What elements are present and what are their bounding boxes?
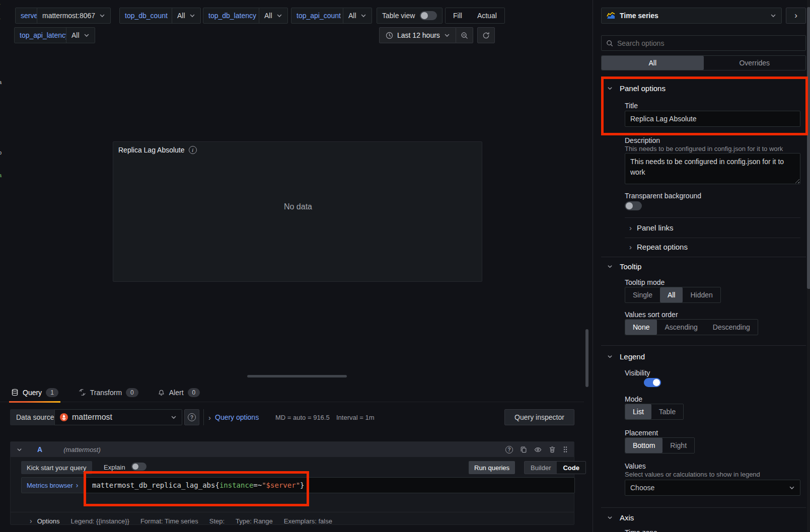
placement-bottom[interactable]: Bottom: [625, 438, 662, 453]
sort-ascending[interactable]: Ascending: [657, 320, 705, 335]
main-scrollbar[interactable]: [585, 329, 588, 387]
chevron-down-icon: [99, 13, 105, 19]
info-icon[interactable]: i: [189, 146, 197, 154]
tooltip-mode-hidden[interactable]: Hidden: [683, 287, 720, 302]
expr-quote: ": [296, 481, 300, 489]
transform-icon: [79, 389, 86, 396]
alert-count-badge: 0: [188, 388, 200, 397]
panel-description-textarea[interactable]: This needs to be configured in config.js…: [625, 153, 800, 184]
drag-grip-icon[interactable]: [563, 446, 568, 453]
panel-title-input[interactable]: [625, 111, 800, 127]
query-help-icon[interactable]: ?: [505, 446, 513, 453]
query-row-header[interactable]: A (mattermost) ?: [11, 442, 574, 457]
chevron-right-icon: ›: [629, 243, 632, 251]
panel-title: Replica Lag Absolute: [118, 146, 185, 154]
tooltip-mode-single[interactable]: Single: [625, 287, 660, 302]
tabs-divider: [0, 402, 584, 402]
variable-value-top-api-count[interactable]: All: [343, 8, 372, 24]
options-search-box: [601, 35, 806, 51]
datasource-picker[interactable]: mattermost: [54, 409, 182, 425]
repeat-options-collapse[interactable]: › Repeat options: [629, 243, 688, 251]
sidebar-scrollbar-thumb[interactable]: [807, 7, 810, 289]
axis-header[interactable]: Axis: [607, 513, 634, 522]
refresh-button[interactable]: [477, 27, 495, 43]
no-data-message: No data: [113, 202, 483, 211]
tab-query[interactable]: Query 1: [10, 384, 59, 401]
table-view-switch[interactable]: [420, 11, 437, 20]
chevron-down-icon: [17, 447, 22, 452]
tab-alert[interactable]: Alert 0: [158, 384, 200, 401]
tooltip-header[interactable]: Tooltip: [607, 262, 641, 271]
explain-switch[interactable]: [131, 463, 146, 471]
sort-none[interactable]: None: [625, 320, 657, 335]
chevron-down-icon: [607, 354, 613, 359]
code-option[interactable]: Code: [557, 462, 585, 474]
search-input[interactable]: [617, 39, 801, 47]
fill-actual-group: Fill Actual: [445, 8, 505, 24]
expr-close-brace: }: [300, 481, 304, 489]
legend-header[interactable]: Legend: [607, 352, 645, 361]
panel-options-header[interactable]: Panel options: [607, 84, 666, 93]
values-sort-order-label: Values sort order: [625, 311, 678, 319]
transparent-background-switch[interactable]: [625, 201, 642, 210]
variable-value-top-db-count[interactable]: All: [172, 8, 201, 24]
kick-start-query-button[interactable]: Kick start your query: [21, 461, 92, 474]
chevron-down-icon: [607, 515, 613, 520]
panel-links-collapse[interactable]: › Panel links: [629, 223, 674, 232]
builder-option[interactable]: Builder: [525, 462, 557, 474]
options-sidebar: Time series › All Overrides Panel option…: [593, 0, 810, 532]
visualization-picker[interactable]: Time series: [601, 8, 782, 24]
chevron-down-icon: [444, 32, 450, 38]
placement-right[interactable]: Right: [662, 438, 694, 453]
options-filter-tabs: All Overrides: [601, 55, 806, 70]
edge-artifact: b: [0, 149, 2, 156]
variable-value-text: All: [177, 12, 185, 20]
expr-metric: mattermost_db_replica_lag_abs{: [92, 481, 219, 489]
variable-value-top-db-latency[interactable]: All: [259, 8, 288, 24]
metrics-browser-toggle[interactable]: Metrics browser ›: [21, 477, 85, 493]
axis-time-zone-label: Time zone: [625, 528, 657, 532]
legend-mode-list[interactable]: List: [625, 404, 651, 419]
resize-drag-handle[interactable]: [247, 375, 347, 377]
query-expression-input[interactable]: mattermost_db_replica_lag_abs{instance=~…: [85, 477, 575, 493]
sort-descending[interactable]: Descending: [705, 320, 758, 335]
legend-values-placeholder: Choose: [630, 484, 789, 492]
placement-label: Placement: [625, 429, 658, 437]
trash-icon[interactable]: [549, 446, 556, 453]
variable-value-top-api-latency[interactable]: All: [66, 27, 95, 43]
chevron-down-icon: [84, 32, 90, 38]
datasource-help-button[interactable]: ?: [184, 409, 199, 425]
description-label: Description: [625, 136, 660, 144]
query-options-toggle[interactable]: › Query options: [208, 409, 259, 425]
variable-label-top-db-latency: top_db_latency: [203, 8, 262, 24]
run-queries-button[interactable]: Run queries: [469, 461, 515, 474]
panel-preview: Replica Lag Absolute i No data: [113, 141, 482, 282]
options-toggle[interactable]: › Options: [30, 517, 59, 525]
variable-value-text: mattermost:8067: [42, 12, 95, 20]
search-icon: [606, 40, 613, 47]
tooltip-mode-label: Tooltip mode: [625, 278, 665, 286]
eye-icon[interactable]: [534, 446, 542, 453]
actual-option[interactable]: Actual: [470, 8, 504, 23]
collapse-sidebar-button[interactable]: ›: [786, 8, 806, 24]
tab-transform[interactable]: Transform 0: [79, 384, 138, 401]
time-range-picker[interactable]: Last 12 hours: [379, 27, 457, 43]
divider: [625, 238, 800, 238]
zoom-out-button[interactable]: [456, 27, 473, 43]
tooltip-mode-all[interactable]: All: [660, 287, 683, 302]
query-inspector-button[interactable]: Query inspector: [504, 409, 574, 425]
fill-option[interactable]: Fill: [446, 8, 470, 23]
query-count-badge: 1: [46, 388, 58, 397]
description-help-text: This needs to be configured in config.js…: [625, 145, 783, 153]
legend-values-select[interactable]: Choose: [625, 480, 800, 496]
chevron-down-icon: [171, 414, 177, 420]
tooltip-title: Tooltip: [620, 262, 641, 271]
duplicate-icon[interactable]: [520, 446, 527, 453]
variable-value-server[interactable]: mattermost:8067: [37, 8, 111, 24]
tab-overrides[interactable]: Overrides: [704, 56, 806, 70]
tab-all[interactable]: All: [602, 56, 704, 70]
time-series-chart-icon: [607, 12, 615, 19]
transparent-background-label: Transparent background: [625, 192, 701, 200]
legend-mode-table[interactable]: Table: [651, 404, 683, 419]
legend-visibility-switch[interactable]: [644, 378, 661, 387]
